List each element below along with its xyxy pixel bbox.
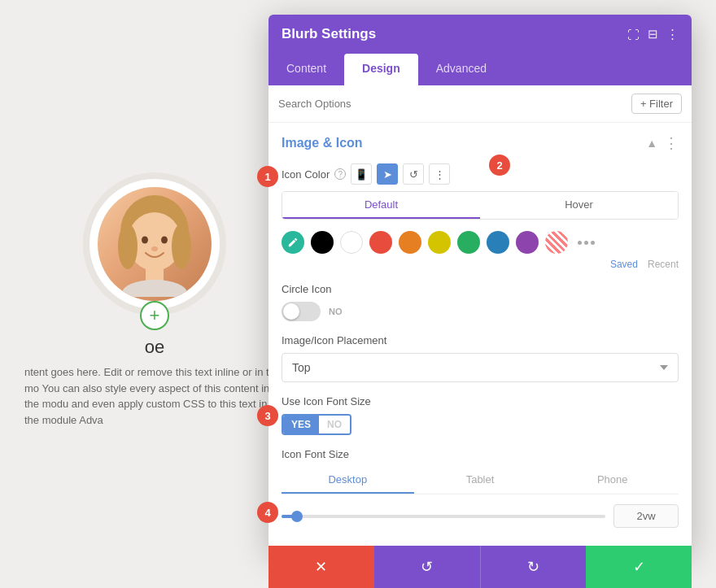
circle-icon-label: Circle Icon <box>282 283 679 295</box>
bottom-toolbar: ✕ ↺ ↻ ✓ <box>268 546 692 588</box>
color-orange[interactable] <box>399 231 421 254</box>
expand-icon[interactable]: ⛶ <box>627 28 640 41</box>
saved-link[interactable]: Saved <box>610 259 638 270</box>
svg-point-2 <box>118 224 138 269</box>
svg-point-8 <box>151 246 158 251</box>
slider-thumb[interactable] <box>291 511 303 522</box>
cancel-icon: ✕ <box>315 558 327 576</box>
add-button[interactable]: + <box>140 301 169 330</box>
device-tab-desktop[interactable]: Desktop <box>282 467 414 494</box>
filter-button[interactable]: + Filter <box>631 94 682 114</box>
svg-point-5 <box>122 280 187 297</box>
redo-button[interactable]: ↻ <box>480 546 587 588</box>
save-button[interactable]: ✓ <box>586 546 692 588</box>
tab-design[interactable]: Design <box>344 54 418 85</box>
color-purple[interactable] <box>516 231 539 254</box>
color-red[interactable] <box>369 231 392 254</box>
panel-title: Blurb Settings <box>282 26 376 42</box>
cancel-button[interactable]: ✕ <box>268 546 374 588</box>
yes-no-toggle[interactable]: YES NO <box>282 414 351 435</box>
profile-name: oe <box>145 337 164 358</box>
color-yellow[interactable] <box>428 231 451 254</box>
section-header: Image & Icon ▲ ⋮ <box>282 134 679 152</box>
tab-advanced[interactable]: Advanced <box>418 54 504 85</box>
color-links: Saved Recent <box>282 259 679 270</box>
toggle-knob <box>283 303 299 320</box>
slider-value[interactable]: 2vw <box>613 504 679 528</box>
slider-row: 2vw <box>282 504 679 528</box>
profile-section: + oe ntent goes here. Edit or remove thi… <box>24 179 285 428</box>
placement-row: Image/Icon Placement Top Left Right Bott… <box>282 334 679 382</box>
color-blue[interactable] <box>487 231 509 254</box>
sub-tabs: Default Hover <box>282 191 679 220</box>
main-tabs: Content Design Advanced <box>268 54 692 85</box>
collapse-icon[interactable]: ▲ <box>646 137 657 150</box>
search-input[interactable] <box>278 98 631 110</box>
reset-button[interactable]: ↺ <box>374 546 480 588</box>
svg-point-3 <box>172 224 191 269</box>
section-more-icon[interactable]: ⋮ <box>664 134 679 152</box>
more-icon[interactable]: ⋮ <box>666 27 679 41</box>
header-icons: ⛶ ⊟ ⋮ <box>627 27 679 41</box>
search-bar: + Filter <box>268 85 692 123</box>
circle-icon-value: NO <box>329 307 343 316</box>
panel-header: Blurb Settings ⛶ ⊟ ⋮ <box>268 15 692 54</box>
color-white[interactable] <box>340 231 363 254</box>
profile-text: ntent goes here. Edit or remove this tex… <box>24 364 285 428</box>
placement-label: Image/Icon Placement <box>282 334 679 346</box>
panel-content: Image & Icon ▲ ⋮ Icon Color ? 📱 ➤ ↺ ⋮ De… <box>268 123 692 552</box>
help-icon[interactable]: ? <box>334 168 346 180</box>
circle-icon-row: Circle Icon NO <box>282 283 679 321</box>
badge-3: 3 <box>257 405 278 426</box>
sub-tab-default[interactable]: Default <box>282 192 480 219</box>
reset-icon[interactable]: ↺ <box>403 163 424 185</box>
no-part: NO <box>319 416 350 433</box>
device-tab-phone[interactable]: Phone <box>546 467 679 494</box>
reset-icon: ↺ <box>421 558 433 576</box>
sub-tab-hover[interactable]: Hover <box>480 192 678 219</box>
badge-1: 1 <box>257 166 278 187</box>
color-swatches <box>282 231 679 254</box>
tab-content[interactable]: Content <box>268 54 344 85</box>
ellipsis-icon[interactable]: ⋮ <box>429 163 450 185</box>
color-more[interactable] <box>574 237 598 248</box>
slider-track[interactable] <box>282 515 605 518</box>
avatar-ring <box>90 179 220 309</box>
use-icon-font-size-label: Use Icon Font Size <box>282 395 679 407</box>
yes-part: YES <box>283 416 319 433</box>
svg-point-6 <box>142 237 148 244</box>
use-icon-font-size-row: Use Icon Font Size YES NO <box>282 395 679 435</box>
color-striped-swatch[interactable] <box>545 231 568 254</box>
icon-color-row: Icon Color ? 📱 ➤ ↺ ⋮ Default Hover <box>282 163 679 270</box>
color-green[interactable] <box>457 231 480 254</box>
color-black[interactable] <box>311 231 334 254</box>
circle-icon-toggle[interactable] <box>282 302 321 321</box>
save-icon: ✓ <box>633 558 645 576</box>
device-tabs: Desktop Tablet Phone <box>282 467 679 494</box>
circle-icon-toggle-row: NO <box>282 302 679 321</box>
badge-4: 4 <box>257 502 278 523</box>
mobile-icon[interactable]: 📱 <box>351 163 372 185</box>
placement-select[interactable]: Top Left Right Bottom <box>282 353 679 382</box>
columns-icon[interactable]: ⊟ <box>648 27 658 41</box>
icon-color-label: Icon Color ? 📱 ➤ ↺ ⋮ <box>282 163 679 185</box>
section-controls: ▲ ⋮ <box>646 134 679 152</box>
icon-font-size-label: Icon Font Size <box>282 448 679 460</box>
badge-2: 2 <box>489 155 510 176</box>
icon-controls: 📱 ➤ ↺ ⋮ <box>351 163 450 185</box>
redo-icon: ↻ <box>527 558 539 576</box>
plus-icon: + <box>150 307 160 324</box>
recent-link[interactable]: Recent <box>648 259 679 270</box>
cursor-icon[interactable]: ➤ <box>377 163 398 185</box>
svg-point-7 <box>161 237 168 244</box>
section-title: Image & Icon <box>282 136 363 150</box>
panel: Blurb Settings ⛶ ⊟ ⋮ Content Design Adva… <box>268 15 692 552</box>
avatar-image <box>98 187 212 301</box>
device-tab-tablet[interactable]: Tablet <box>414 467 547 494</box>
icon-font-size-row: Icon Font Size Desktop Tablet Phone 2vw <box>282 448 679 528</box>
color-pencil-swatch[interactable] <box>282 231 304 254</box>
